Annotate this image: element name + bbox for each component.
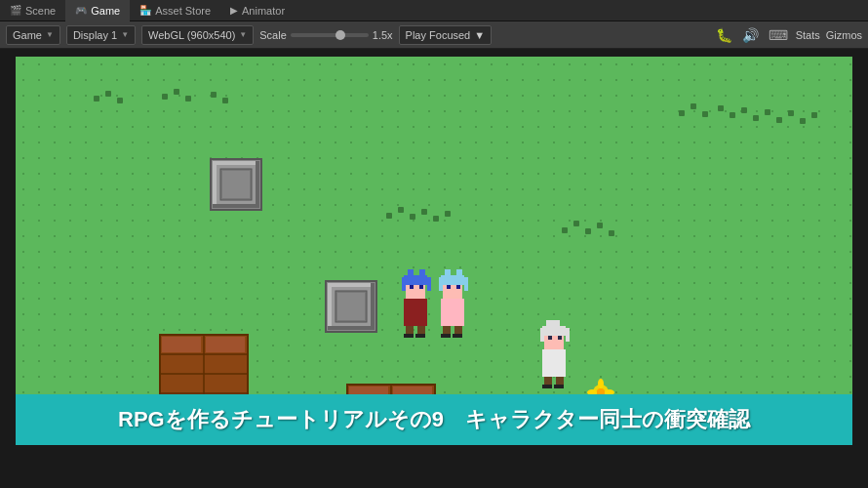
game-icon: 🎮 xyxy=(75,5,87,16)
svg-rect-79 xyxy=(447,285,451,289)
svg-rect-42 xyxy=(328,283,332,330)
svg-rect-34 xyxy=(213,161,217,208)
svg-rect-9 xyxy=(690,103,696,109)
game-title: RPGを作るチュートリアルその9 キャラクター同士の衝突確認 xyxy=(118,405,750,434)
bug-icon-button[interactable]: 🐛 xyxy=(714,25,734,45)
svg-rect-36 xyxy=(213,204,259,208)
game-scene-svg xyxy=(16,57,852,445)
svg-rect-0 xyxy=(94,96,99,102)
svg-rect-4 xyxy=(174,89,179,95)
svg-rect-92 xyxy=(558,336,562,340)
svg-rect-16 xyxy=(776,117,782,123)
svg-rect-8 xyxy=(679,110,685,116)
svg-rect-5 xyxy=(185,96,191,102)
svg-rect-96 xyxy=(554,385,564,388)
scene-icon: 🎬 xyxy=(10,5,21,16)
tab-asset-store[interactable]: 🏪 Asset Store xyxy=(130,0,220,21)
svg-rect-7 xyxy=(222,98,228,103)
svg-rect-72 xyxy=(441,299,464,326)
svg-rect-30 xyxy=(609,230,614,236)
svg-rect-1 xyxy=(105,91,111,97)
svg-rect-62 xyxy=(402,277,406,291)
play-focused-button[interactable]: Play Focused ▼ xyxy=(399,25,493,45)
tab-bar: 🎬 Scene 🎮 Game 🏪 Asset Store ▶ Animator xyxy=(0,0,868,21)
svg-rect-10 xyxy=(702,111,708,117)
game-viewport: RPGを作るチュートリアルその9 キャラクター同士の衝突確認 xyxy=(0,49,868,445)
svg-rect-13 xyxy=(741,107,747,113)
svg-rect-88 xyxy=(540,328,544,342)
animator-icon: ▶ xyxy=(230,5,238,16)
svg-rect-52 xyxy=(162,337,201,352)
toolbar: Game ▼ Display 1 ▼ WebGL (960x540) ▼ Sca… xyxy=(0,21,868,49)
tab-animator[interactable]: ▶ Animator xyxy=(220,0,295,21)
resolution-dropdown[interactable]: WebGL (960x540) ▼ xyxy=(141,25,254,45)
svg-rect-26 xyxy=(562,227,568,233)
display-dropdown[interactable]: Display 1 ▼ xyxy=(66,25,136,45)
game-title-bar: RPGを作るチュートリアルその9 キャラクター同士の衝突確認 xyxy=(16,394,852,445)
svg-rect-6 xyxy=(211,92,217,98)
svg-rect-85 xyxy=(542,349,566,377)
svg-rect-71 xyxy=(415,334,425,338)
svg-rect-29 xyxy=(597,223,603,228)
toolbar-icons: 🐛 🔊 ⌨ Stats Gizmos xyxy=(714,25,862,45)
svg-rect-84 xyxy=(453,334,462,338)
keyboard-icon-button[interactable]: ⌨ xyxy=(767,25,790,45)
tab-scene[interactable]: 🎬 Scene xyxy=(0,0,65,21)
svg-rect-90 xyxy=(546,320,560,328)
svg-rect-23 xyxy=(421,209,427,215)
scale-slider[interactable] xyxy=(291,33,369,37)
svg-rect-64 xyxy=(408,269,414,277)
svg-rect-2 xyxy=(117,98,123,103)
game-canvas[interactable]: RPGを作るチュートリアルその9 キャラクター同士の衝突確認 xyxy=(16,57,852,445)
svg-rect-15 xyxy=(765,109,770,115)
svg-rect-80 xyxy=(456,285,460,289)
svg-rect-28 xyxy=(585,228,591,234)
svg-rect-67 xyxy=(419,285,423,289)
svg-rect-75 xyxy=(439,277,443,291)
svg-rect-17 xyxy=(788,110,794,116)
svg-rect-43 xyxy=(371,283,375,330)
svg-rect-20 xyxy=(386,213,392,219)
stats-button[interactable]: Stats xyxy=(796,29,820,41)
game-dropdown-arrow: ▼ xyxy=(46,30,54,39)
gizmos-button[interactable]: Gizmos xyxy=(826,29,862,41)
audio-icon-button[interactable]: 🔊 xyxy=(740,25,761,45)
svg-rect-18 xyxy=(800,118,806,124)
svg-rect-63 xyxy=(427,277,431,291)
svg-rect-11 xyxy=(718,105,724,111)
svg-rect-24 xyxy=(433,216,439,222)
game-dropdown[interactable]: Game ▼ xyxy=(6,25,60,45)
svg-rect-70 xyxy=(404,334,414,338)
svg-rect-35 xyxy=(256,161,259,208)
svg-rect-27 xyxy=(573,221,579,226)
svg-rect-33 xyxy=(213,161,259,165)
svg-rect-66 xyxy=(410,285,414,289)
svg-rect-76 xyxy=(464,277,468,291)
svg-rect-89 xyxy=(566,328,570,342)
svg-rect-12 xyxy=(730,112,735,118)
scale-value: 1.5x xyxy=(373,29,393,41)
svg-rect-22 xyxy=(410,214,415,220)
svg-rect-44 xyxy=(328,326,375,330)
svg-rect-25 xyxy=(445,211,451,217)
svg-rect-3 xyxy=(162,94,168,100)
svg-rect-95 xyxy=(542,385,552,388)
svg-rect-14 xyxy=(753,115,759,121)
svg-rect-91 xyxy=(548,336,552,340)
svg-rect-59 xyxy=(404,299,427,326)
svg-point-100 xyxy=(598,379,604,388)
scale-slider-thumb xyxy=(335,30,345,40)
display-dropdown-arrow: ▼ xyxy=(121,30,129,39)
play-focused-arrow: ▼ xyxy=(474,29,485,41)
tab-game[interactable]: 🎮 Game xyxy=(65,0,130,21)
svg-rect-65 xyxy=(419,269,425,277)
asset-store-icon: 🏪 xyxy=(139,5,151,16)
svg-rect-53 xyxy=(206,337,245,352)
svg-rect-41 xyxy=(328,283,375,287)
svg-rect-21 xyxy=(398,207,404,213)
scale-section: Scale 1.5x xyxy=(259,29,392,41)
svg-rect-78 xyxy=(456,269,462,277)
svg-rect-46 xyxy=(337,293,365,320)
svg-rect-77 xyxy=(445,269,451,277)
svg-rect-38 xyxy=(222,171,250,198)
